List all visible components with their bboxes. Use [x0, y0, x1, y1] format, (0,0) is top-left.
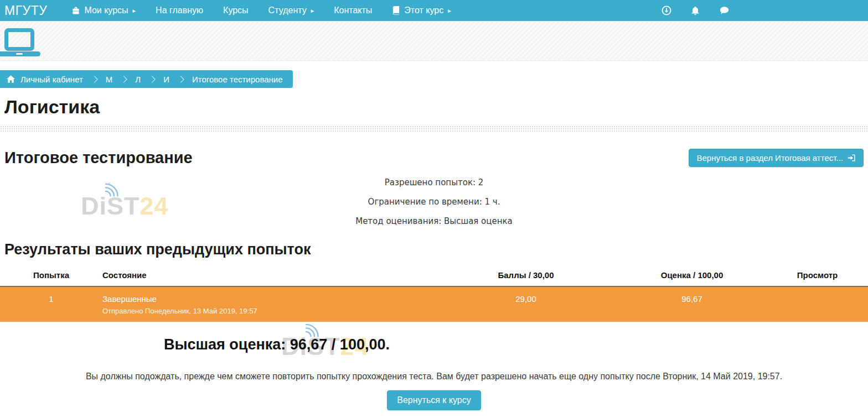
- nav-label: Курсы: [223, 6, 249, 15]
- back-to-section-button[interactable]: Вернуться в раздел Итоговая аттест...: [689, 149, 864, 167]
- results-heading: Результаты ваших предыдущих попыток: [0, 241, 868, 258]
- attempt-submitted: Отправлено Понедельник, 13 Май 2019, 19:…: [102, 307, 435, 315]
- table-row: 1 Завершенные Отправлено Понедельник, 13…: [0, 286, 868, 322]
- breadcrumb-m[interactable]: М: [106, 75, 113, 84]
- attempt-marks: 29,00: [435, 286, 617, 322]
- breadcrumb-current: Итоговое тестирование: [192, 75, 283, 84]
- chevron-right-icon: [91, 76, 98, 83]
- back-to-course-label: Вернуться к курсу: [397, 395, 471, 405]
- final-grade-text: Высшая оценка: 96,67 / 100,00.: [0, 336, 554, 353]
- laptop-base: [0, 51, 40, 56]
- caret-right-icon: ▸: [448, 8, 451, 14]
- col-review: Просмотр: [767, 270, 868, 286]
- col-attempt: Попытка: [0, 270, 102, 286]
- col-grade: Оценка / 100,00: [617, 270, 767, 286]
- attempt-number: 1: [0, 286, 102, 322]
- clock-download-icon[interactable]: [662, 6, 671, 15]
- back-to-section-label: Вернуться в раздел Итоговая аттест...: [696, 153, 843, 163]
- chevron-right-icon: [177, 76, 184, 83]
- laptop-screen: [4, 28, 34, 51]
- nav-courses[interactable]: Курсы: [213, 0, 259, 21]
- col-marks: Баллы / 30,00: [435, 270, 617, 286]
- breadcrumb-dashboard[interactable]: Личный кабинет: [20, 75, 83, 84]
- attempts-allowed-text: Разрешено попыток: 2: [0, 177, 868, 187]
- nav-label: Этот курс: [404, 6, 443, 15]
- caret-right-icon: ▸: [133, 8, 136, 14]
- enter-icon: [848, 154, 856, 162]
- navbar-right-icons: [662, 6, 868, 16]
- table-header-row: Попытка Состояние Баллы / 30,00 Оценка /…: [0, 270, 868, 286]
- chevron-right-icon: [148, 76, 156, 83]
- bell-icon[interactable]: [690, 6, 700, 16]
- back-to-course-button[interactable]: Вернуться к курсу: [387, 390, 480, 410]
- briefcase-icon: [71, 6, 80, 15]
- chat-icon[interactable]: [719, 6, 730, 15]
- nav-student[interactable]: Студенту ▸: [259, 0, 324, 21]
- caret-right-icon: ▸: [311, 8, 314, 14]
- nav-home[interactable]: На главную: [146, 0, 213, 21]
- attempt-state: Завершенные: [102, 294, 435, 304]
- nav-contacts[interactable]: Контакты: [324, 0, 382, 21]
- quiz-info: Разрешено попыток: 2 Ограничение по врем…: [0, 177, 868, 226]
- attempts-table: Попытка Состояние Баллы / 30,00 Оценка /…: [0, 270, 868, 322]
- wait-message: Вы должны подождать, прежде чем сможете …: [0, 372, 868, 382]
- quiz-title: Итоговое тестирование: [4, 149, 193, 167]
- book-icon: [392, 6, 400, 15]
- page-title: Логистика: [0, 96, 868, 118]
- attempt-review: [767, 286, 868, 322]
- header-band: [0, 21, 868, 61]
- nav-my-courses[interactable]: Мои курсы ▸: [61, 0, 146, 21]
- nav-label: Студенту: [268, 6, 307, 15]
- grading-method-text: Метод оценивания: Высшая оценка: [0, 216, 868, 226]
- top-navbar: МГУТУ Мои курсы ▸ На главную Курсы Студе…: [0, 0, 868, 21]
- home-icon[interactable]: [7, 75, 15, 83]
- nav-label: Мои курсы: [84, 6, 128, 15]
- brand-logo[interactable]: МГУТУ: [4, 3, 47, 18]
- nav-label: Контакты: [334, 6, 372, 15]
- attempt-state-cell: Завершенные Отправлено Понедельник, 13 М…: [102, 286, 435, 322]
- time-limit-text: Ограничение по времени: 1 ч.: [0, 197, 868, 207]
- chevron-right-icon: [120, 76, 127, 83]
- nav-this-course[interactable]: Этот курс ▸: [382, 0, 461, 21]
- breadcrumb: Личный кабинет М Л И Итоговое тестирован…: [0, 70, 293, 88]
- attempt-grade: 96,67: [617, 286, 767, 322]
- nav-label: На главную: [156, 6, 203, 15]
- dotted-divider: [0, 126, 868, 133]
- breadcrumb-l[interactable]: Л: [135, 75, 141, 84]
- col-state: Состояние: [102, 270, 435, 286]
- breadcrumb-i[interactable]: И: [163, 75, 169, 84]
